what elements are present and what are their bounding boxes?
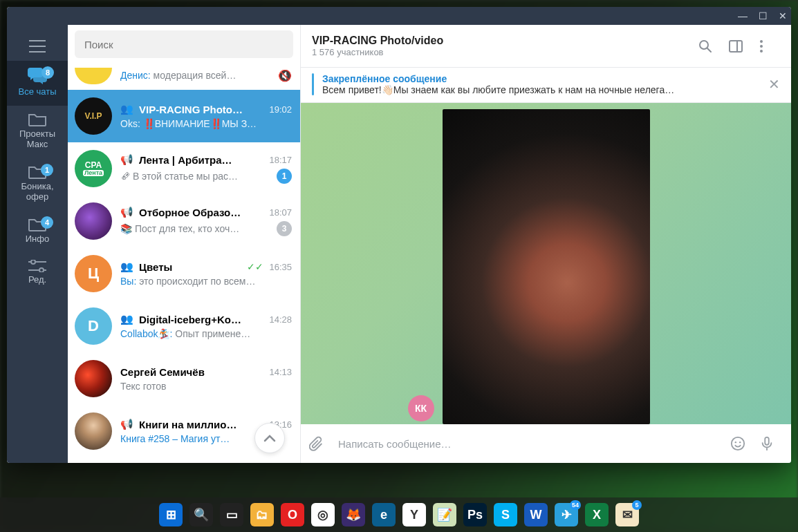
photoshop-icon[interactable]: Ps xyxy=(463,503,487,526)
read-checks-icon: ✓✓ xyxy=(247,261,263,272)
chat-item-content: 📢Лента | Арбитра…18:17🗞 В этой статье мы… xyxy=(120,153,292,184)
scroll-up-button[interactable] xyxy=(254,423,285,453)
unread-badge: 1 xyxy=(277,169,292,184)
chat-area: VIP-RACING Photo/video 1 576 участников … xyxy=(301,25,791,463)
search-input[interactable] xyxy=(75,30,293,58)
chat-list-item[interactable]: D👥Digital-iceberg+Ko…14:28Collabok🏂: Опы… xyxy=(68,300,300,352)
chat-list-panel: Денис: модерация всей…🔇V.I.P👥VIP-RACING … xyxy=(68,25,301,463)
avatar: Ц xyxy=(75,255,112,292)
rail-tab-edit[interactable]: Ред. xyxy=(7,253,68,294)
chat-list-item[interactable]: Ц👥Цветы✓✓16:35Вы: это происходит по всем… xyxy=(68,247,300,300)
chat-item-title: Лента | Арбитра… xyxy=(139,154,265,166)
avatar: CPAЛента xyxy=(75,150,112,187)
telegram-icon[interactable]: ✈54 xyxy=(555,503,578,526)
folder-rail: 8 Все чаты Проекты Макс 1 Боника, офер xyxy=(7,25,68,463)
menu-button[interactable] xyxy=(7,30,68,61)
explorer-icon[interactable]: 🗂 xyxy=(250,503,274,526)
skype-icon[interactable]: S xyxy=(494,503,517,526)
word-icon[interactable]: W xyxy=(524,503,548,526)
rail-badge: 4 xyxy=(41,216,53,229)
chat-title: VIP-RACING Photo/video xyxy=(312,35,689,47)
svg-rect-10 xyxy=(765,437,769,445)
chat-list-item[interactable]: Денис: модерация всей…🔇 xyxy=(68,64,300,90)
close-icon[interactable]: ✕ xyxy=(768,76,780,93)
sliders-icon xyxy=(28,260,46,272)
chat-item-time: 14:28 xyxy=(269,314,292,325)
chat-item-time: 19:02 xyxy=(269,104,292,115)
window-titlebar: — ☐ ✕ xyxy=(7,7,791,25)
chat-header[interactable]: VIP-RACING Photo/video 1 576 участников xyxy=(301,25,791,68)
avatar xyxy=(75,202,112,240)
rail-tab-label: Инфо xyxy=(26,234,49,245)
channel-icon: 📢 xyxy=(120,418,133,430)
rail-tab-projects[interactable]: Проекты Макс xyxy=(7,106,68,158)
chat-item-content: Денис: модерация всей…🔇 xyxy=(120,66,292,82)
taskview-icon[interactable]: ▭ xyxy=(220,503,243,526)
notepad-icon[interactable]: 📝 xyxy=(433,503,456,526)
attach-button[interactable] xyxy=(309,436,333,451)
chat-list-item[interactable]: 📢Отборное Образо…18:07📚 Пост для тех, кт… xyxy=(68,195,300,247)
chat-item-content: 📢Отборное Образо…18:07📚 Пост для тех, кт… xyxy=(120,206,292,236)
rail-tab-bonika[interactable]: 1 Боника, офер xyxy=(7,158,68,211)
rail-tab-label: Все чаты xyxy=(18,87,56,97)
telegram-window: — ☐ ✕ 8 Все чаты Проекты Макс xyxy=(7,7,791,463)
search-wrap xyxy=(68,25,300,64)
chat-list-item[interactable]: V.I.P👥VIP-RACING Photo…19:02Oks: ‼️ВНИМА… xyxy=(68,90,300,142)
rail-tab-info[interactable]: 4 Инфо xyxy=(7,211,68,253)
yandex-icon[interactable]: Y xyxy=(402,503,426,526)
folder-icon xyxy=(28,113,46,126)
edge-icon[interactable]: e xyxy=(372,503,396,526)
sender-avatar[interactable]: КК xyxy=(408,395,434,421)
rail-badge: 1 xyxy=(41,164,53,176)
chat-list-item[interactable]: Сергей Семичёв14:13Текс готов xyxy=(68,352,300,405)
taskbar-badge: 5 xyxy=(632,500,642,510)
maximize-button[interactable]: ☐ xyxy=(759,11,768,21)
message-input[interactable] xyxy=(338,438,725,450)
group-icon: 👥 xyxy=(120,313,133,325)
svg-rect-3 xyxy=(730,41,742,52)
folder-icon: 1 xyxy=(28,165,46,179)
close-window-button[interactable]: ✕ xyxy=(779,11,787,21)
emoji-button[interactable] xyxy=(730,436,754,451)
chat-list-item[interactable]: CPAЛента📢Лента | Арбитра…18:17🗞 В этой с… xyxy=(68,142,300,195)
chat-item-title: Digital-iceberg+Ko… xyxy=(139,314,265,325)
chat-item-title: Цветы xyxy=(139,261,243,273)
svg-point-5 xyxy=(760,45,763,48)
chrome-icon[interactable]: ◎ xyxy=(311,503,335,526)
search-in-chat-button[interactable] xyxy=(698,39,719,53)
opera-icon[interactable]: O xyxy=(281,503,304,526)
svg-point-0 xyxy=(31,260,35,264)
mail-icon[interactable]: ✉5 xyxy=(615,503,639,526)
rail-tab-label: Проекты Макс xyxy=(10,129,65,150)
chat-item-title: Книги на миллио… xyxy=(139,419,265,430)
chat-list[interactable]: Денис: модерация всей…🔇V.I.P👥VIP-RACING … xyxy=(68,64,300,463)
messages-viewport[interactable]: КК xyxy=(301,103,791,424)
search-icon[interactable]: 🔍 xyxy=(189,503,213,526)
chat-item-title: Сергей Семичёв xyxy=(120,366,265,378)
svg-point-8 xyxy=(735,441,736,443)
excel-icon[interactable]: X xyxy=(585,503,609,526)
chat-item-content: 👥Цветы✓✓16:35Вы: это происходит по всем… xyxy=(120,260,292,287)
message-composer xyxy=(301,424,791,463)
chat-item-preview: 📚 Пост для тех, кто хоч… xyxy=(120,223,272,234)
avatar xyxy=(75,412,112,450)
chat-subtitle: 1 576 участников xyxy=(312,47,689,57)
taskbar[interactable]: ⊞🔍▭🗂O◎🦊eY📝PsSW✈54X✉5 xyxy=(0,497,798,532)
chat-item-preview: Oks: ‼️ВНИМАНИЕ‼️МЫ З… xyxy=(120,118,292,129)
chat-item-preview: Денис: модерация всей… xyxy=(120,70,274,81)
chat-item-title: Отборное Образо… xyxy=(139,207,265,218)
rail-tab-all-chats[interactable]: 8 Все чаты xyxy=(7,61,68,106)
sidebar-toggle-button[interactable] xyxy=(729,39,750,53)
svg-point-7 xyxy=(732,437,744,450)
voice-button[interactable] xyxy=(759,436,783,451)
video-message[interactable] xyxy=(443,109,650,424)
more-menu-button[interactable] xyxy=(759,39,780,53)
chat-item-content: Сергей Семичёв14:13Текс готов xyxy=(120,366,292,392)
firefox-icon[interactable]: 🦊 xyxy=(342,503,365,526)
svg-point-1 xyxy=(39,268,44,272)
minimize-button[interactable]: — xyxy=(738,11,748,21)
chat-item-preview: Вы: это происходит по всем… xyxy=(120,276,292,287)
pinned-message[interactable]: Закреплённое сообщение Всем привет!👋🏻Мы … xyxy=(301,68,791,103)
start-icon[interactable]: ⊞ xyxy=(159,503,183,526)
folder-icon: 4 xyxy=(28,218,46,231)
